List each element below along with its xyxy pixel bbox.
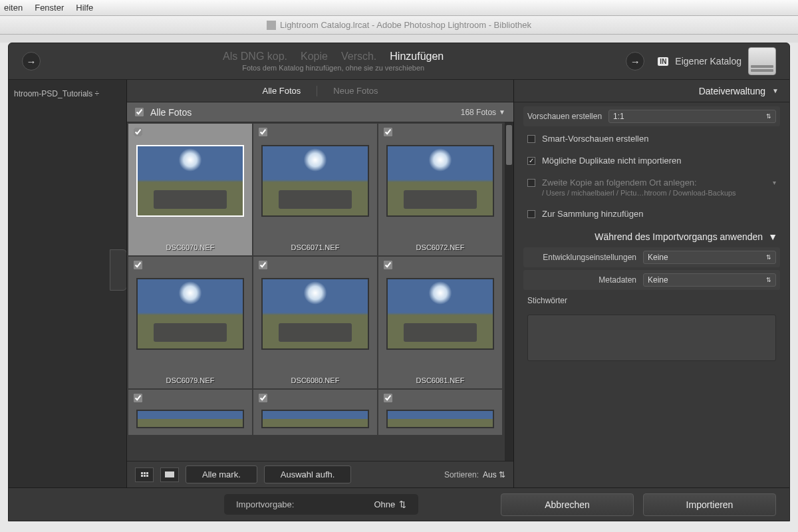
select-all-checkbox[interactable] (135, 108, 144, 116)
source-panel: htroom-PSD_Tutorials ÷ (9, 80, 127, 487)
thumbnail-filename: DSC6071.NEF (253, 243, 377, 251)
import-mode-group: Als DNG kop. Kopie Versch. Hinzufügen Fo… (54, 51, 612, 72)
metadata-dropdown[interactable]: Keine⇅ (643, 273, 776, 287)
keywords-row: Stichwörter (523, 293, 780, 364)
mode-subtitle: Fotos dem Katalog hinzufügen, ohne sie z… (54, 64, 612, 72)
scrollbar[interactable] (505, 122, 513, 461)
thumbnail-image[interactable] (261, 145, 369, 217)
import-button[interactable]: Importieren (643, 493, 776, 516)
import-preset-dropdown[interactable]: Ohne ⇅ (374, 499, 406, 509)
menu-item[interactable]: Hilfe (76, 3, 93, 13)
updown-icon: ⇅ (499, 470, 505, 479)
keywords-input[interactable] (527, 315, 776, 361)
destination-label: Eigener Katalog (675, 56, 741, 66)
chevron-down-icon: ▼ (768, 231, 777, 242)
thumbnail-image[interactable] (136, 410, 244, 428)
tab-new-photos[interactable]: Neue Fotos (333, 86, 378, 96)
app-icon (267, 21, 276, 30)
build-previews-dropdown[interactable]: 1:1⇅ (608, 110, 776, 123)
settings-panel: Dateiverwaltung▼ Vorschauen erstellen 1:… (514, 80, 789, 487)
destination-badge: IN (658, 57, 668, 66)
thumbnail-checkbox[interactable] (384, 394, 392, 402)
check-all-button[interactable]: Alle mark. (186, 466, 257, 483)
source-arrow-button[interactable]: → (22, 52, 41, 70)
destination-arrow-button[interactable]: → (626, 52, 644, 70)
add-to-collection-checkbox[interactable] (527, 210, 535, 218)
panel-expand-tab[interactable] (110, 249, 127, 291)
thumbnail-checkbox[interactable] (259, 128, 267, 136)
build-previews-label: Vorschauen erstellen (527, 112, 602, 121)
tab-all-photos[interactable]: Alle Fotos (262, 86, 301, 96)
no-duplicates-row[interactable]: Mögliche Duplikate nicht importieren (523, 151, 780, 170)
thumbnail-image[interactable] (261, 278, 369, 350)
chevron-down-icon: ▼ (772, 87, 779, 94)
thumbnail-checkbox[interactable] (384, 261, 392, 269)
grid-header: Alle Fotos 168 Fotos ▼ (127, 102, 513, 122)
add-to-collection-row[interactable]: Zur Sammlung hinzufügen (523, 204, 780, 223)
thumbnail-cell[interactable]: DSC6070.NEF (128, 124, 252, 255)
metadata-row: Metadaten Keine⇅ (523, 270, 780, 290)
thumbnail-cell[interactable]: DSC6080.NEF (253, 257, 377, 388)
no-duplicates-checkbox[interactable] (527, 157, 535, 165)
develop-settings-label: Entwicklungseinstellungen (527, 253, 636, 262)
bottom-bar: Importvorgabe: Ohne ⇅ Abbrechen Importie… (9, 487, 789, 521)
import-preset-control[interactable]: Importvorgabe: Ohne ⇅ (224, 494, 418, 515)
smart-previews-checkbox[interactable] (527, 135, 535, 143)
thumbnail-cell[interactable]: DSC6071.NEF (253, 124, 377, 255)
thumbnail-image[interactable] (386, 410, 494, 428)
thumbnail-image[interactable] (136, 145, 244, 217)
no-duplicates-label: Mögliche Duplikate nicht importieren (542, 156, 682, 166)
chevron-down-icon[interactable]: ▼ (499, 108, 505, 116)
thumbnail-cell[interactable]: DSC6079.NEF (128, 257, 252, 388)
grid-header-label: Alle Fotos (150, 107, 461, 118)
sort-control: Sortieren: Aus ⇅ (444, 470, 505, 479)
second-copy-checkbox[interactable] (527, 179, 535, 187)
menu-item[interactable]: Fenster (35, 3, 64, 13)
window-title-bar: Lightroom Catalog.lrcat - Adobe Photosho… (0, 16, 798, 35)
import-action-bar: → Als DNG kop. Kopie Versch. Hinzufügen … (9, 43, 789, 80)
chevron-down-icon[interactable]: ▾ (773, 179, 776, 186)
thumbnail-filename: DSC6079.NEF (128, 376, 252, 384)
develop-settings-dropdown[interactable]: Keine⇅ (643, 251, 776, 264)
thumbnail-image[interactable] (136, 278, 244, 350)
thumbnail-checkbox[interactable] (384, 128, 392, 136)
view-tabs: Alle Fotos Neue Fotos (127, 80, 513, 102)
mac-menu-bar: eiten Fenster Hilfe (0, 0, 798, 16)
menu-item[interactable]: eiten (4, 3, 23, 13)
second-copy-row[interactable]: Zweite Kopie an folgendem Ort anlegen: ▾… (523, 173, 780, 201)
uncheck-all-button[interactable]: Auswahl aufh. (264, 466, 352, 483)
thumbnail-grid-scroll[interactable]: DSC6070.NEFDSC6071.NEFDSC6072.NEFDSC6079… (127, 122, 513, 461)
cancel-button[interactable]: Abbrechen (501, 493, 634, 516)
thumbnail-cell[interactable] (128, 390, 252, 435)
thumbnail-image[interactable] (386, 278, 494, 350)
smart-previews-row[interactable]: Smart-Vorschauen erstellen (523, 129, 780, 148)
thumbnail-cell[interactable] (378, 390, 502, 435)
thumbnail-cell[interactable]: DSC6072.NEF (378, 124, 502, 255)
mode-move[interactable]: Versch. (341, 51, 376, 63)
thumbnail-checkbox[interactable] (134, 261, 142, 269)
thumbnail-checkbox[interactable] (134, 394, 142, 402)
mode-copy[interactable]: Kopie (301, 51, 328, 63)
photo-count: 168 Fotos (461, 108, 496, 117)
file-handling-header[interactable]: Dateiverwaltung▼ (514, 80, 789, 102)
thumbnail-checkbox[interactable] (259, 394, 267, 402)
thumbnail-image[interactable] (261, 410, 369, 428)
window-title: Lightroom Catalog.lrcat - Adobe Photosho… (280, 20, 531, 30)
hard-drive-icon[interactable] (748, 47, 776, 75)
metadata-label: Metadaten (527, 275, 636, 285)
scrollbar-thumb[interactable] (506, 125, 512, 165)
mode-add[interactable]: Hinzufügen (390, 51, 444, 63)
sort-dropdown[interactable]: Aus ⇅ (483, 470, 505, 479)
grid-view-icon[interactable] (135, 467, 154, 482)
mode-copy-dng[interactable]: Als DNG kop. (223, 51, 287, 63)
thumbnail-checkbox[interactable] (134, 128, 142, 136)
thumbnail-cell[interactable] (253, 390, 377, 435)
second-copy-label: Zweite Kopie an folgendem Ort anlegen: (542, 178, 697, 188)
source-path[interactable]: htroom-PSD_Tutorials ÷ (9, 80, 126, 108)
thumbnail-filename: DSC6072.NEF (378, 243, 502, 251)
apply-during-import-header[interactable]: Während des Importvorgangs anwenden▼ (523, 226, 780, 245)
thumbnail-checkbox[interactable] (259, 261, 267, 269)
thumbnail-image[interactable] (386, 145, 494, 217)
thumbnail-cell[interactable]: DSC6081.NEF (378, 257, 502, 388)
loupe-view-icon[interactable] (160, 467, 179, 482)
